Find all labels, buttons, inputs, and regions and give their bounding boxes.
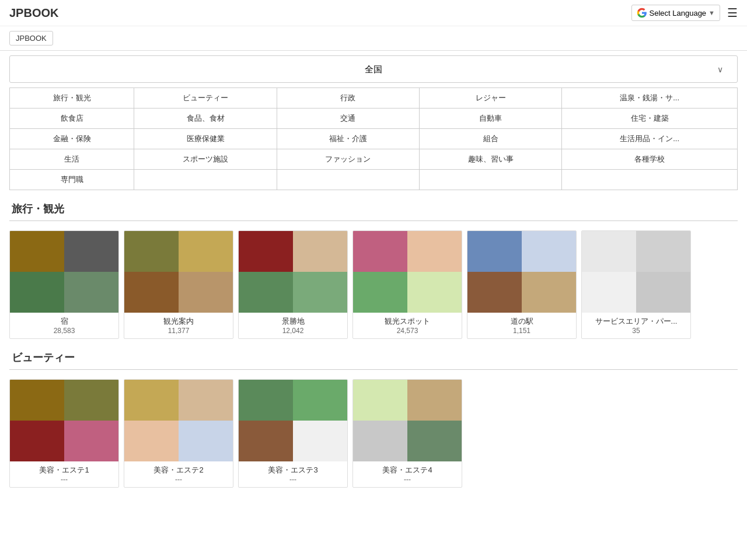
category-cell[interactable]: 生活用品・イン... [562,129,738,149]
category-grid: 旅行・観光ビューティー行政レジャー温泉・銭湯・サ...飲食店食品、食材交通自動車… [9,88,738,190]
list-view-icon[interactable]: ☰ [727,6,738,20]
category-cell[interactable] [562,170,738,190]
card-thumbnail [293,421,347,461]
header-right: Select Language ▼ ☰ [631,5,738,21]
card-images [239,231,347,313]
card-info: 美容・エステ4--- [353,461,462,487]
translate-chevron: ▼ [708,9,715,16]
section-travel: 旅行・観光宿28,583観光案内11,377景勝地12,042観光スポット24,… [9,202,738,339]
section-title-beauty: ビューティー [9,351,738,365]
card-name: 美容・エステ3 [243,465,343,475]
card-thumbnail [64,272,118,313]
card-item[interactable]: 宿28,583 [9,230,119,339]
card-thumbnail [353,231,407,272]
card-info: 美容・エステ2--- [124,461,233,487]
site-logo[interactable]: JPBOOK [9,6,58,20]
category-cell[interactable]: 生活 [10,149,134,170]
card-thumbnail [353,272,407,313]
translate-label: Select Language [650,9,707,18]
category-cell[interactable]: 組合 [419,129,561,149]
card-thumbnail [239,272,293,313]
card-count: 1,151 [472,327,571,335]
card-item[interactable]: 美容・エステ2--- [124,379,233,488]
card-item[interactable]: 美容・エステ3--- [238,379,348,488]
category-cell[interactable] [134,170,277,190]
category-cell[interactable]: 飲食店 [10,108,134,129]
category-cell[interactable]: スポーツ施設 [134,149,277,170]
card-count: --- [129,475,228,484]
category-cell[interactable]: 趣味、習い事 [419,149,561,170]
card-name: 道の駅 [472,316,571,327]
card-info: 道の駅1,151 [467,313,576,338]
card-thumbnail [522,272,576,313]
category-cell[interactable]: ビューティー [134,88,277,108]
card-count: 35 [587,327,686,335]
card-name: 美容・エステ4 [358,465,457,475]
card-item[interactable]: 美容・エステ4--- [352,379,462,488]
card-thumbnail [353,421,407,461]
card-thumbnail [179,272,233,313]
category-cell[interactable]: 専門職 [10,170,134,190]
card-thumbnail [293,231,347,272]
card-thumbnail [293,380,347,421]
card-info: 美容・エステ3--- [239,461,347,487]
card-thumbnail [239,421,293,461]
card-thumbnail [407,421,462,461]
region-select[interactable]: 全国 [19,61,728,78]
card-info: 美容・エステ1--- [10,461,118,487]
card-images [10,380,118,461]
category-cell[interactable]: 温泉・銭湯・サ... [562,88,738,108]
card-item[interactable]: 道の駅1,151 [467,230,577,339]
google-icon [637,8,647,18]
translate-button[interactable]: Select Language ▼ [631,5,720,21]
card-images [124,380,233,461]
card-images [582,231,690,313]
card-item[interactable]: 美容・エステ1--- [9,379,119,488]
card-item[interactable]: サービスエリア・パー...35 [581,230,691,339]
card-count: --- [243,475,343,484]
category-cell[interactable]: ファッション [277,149,419,170]
category-cell[interactable]: 食品、食材 [134,108,277,129]
section-divider [9,369,738,370]
card-thumbnail [582,231,636,272]
card-item[interactable]: 観光スポット24,573 [352,230,462,339]
card-thumbnail [407,231,462,272]
card-thumbnail [239,231,293,272]
card-item[interactable]: 景勝地12,042 [238,230,348,339]
card-info: サービスエリア・パー...35 [582,313,690,338]
category-cell[interactable]: 旅行・観光 [10,88,134,108]
card-thumbnail [636,231,690,272]
category-cell[interactable]: 交通 [277,108,419,129]
card-images [353,380,462,461]
card-thumbnail [467,272,522,313]
card-thumbnail [64,380,118,421]
category-cell[interactable]: 各種学校 [562,149,738,170]
category-cell[interactable]: 住宅・建築 [562,108,738,129]
card-images [124,231,233,313]
category-cell[interactable]: 行政 [277,88,419,108]
card-info: 宿28,583 [10,313,118,338]
card-thumbnail [239,380,293,421]
card-count: 11,377 [129,327,228,335]
header: JPBOOK Select Language ▼ ☰ [0,0,747,26]
region-selector-container: 全国 ∨ [19,61,728,78]
tab-jpbook[interactable]: JPBOOK [9,31,53,46]
category-cell[interactable]: 医療保健業 [134,129,277,149]
card-thumbnail [10,272,64,313]
card-info: 観光スポット24,573 [353,313,462,338]
card-thumbnail [10,231,64,272]
category-cell[interactable] [277,170,419,190]
category-cell[interactable]: 福祉・介護 [277,129,419,149]
card-images [353,231,462,313]
card-item[interactable]: 観光案内11,377 [124,230,233,339]
category-cell[interactable]: 金融・保険 [10,129,134,149]
card-name: サービスエリア・パー... [587,316,686,327]
card-thumbnail [124,380,179,421]
tab-bar: JPBOOK [0,26,747,51]
card-thumbnail [293,272,347,313]
category-cell[interactable]: レジャー [419,88,561,108]
card-thumbnail [582,272,636,313]
category-cell[interactable]: 自動車 [419,108,561,129]
card-name: 美容・エステ2 [129,465,228,475]
category-cell[interactable] [419,170,561,190]
